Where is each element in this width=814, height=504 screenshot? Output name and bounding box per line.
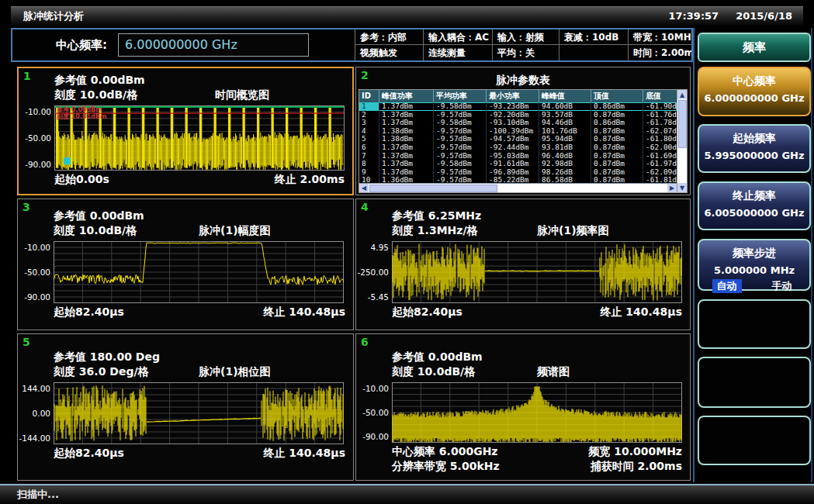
- panel-time-overview[interactable]: 1 参考值 0.00dBm 刻度 10.0dB/格 时间概览图 -10.00-5…: [17, 67, 354, 195]
- vertical-scroll-thumb[interactable]: [678, 100, 687, 148]
- table-row[interactable]: 91.37dBm-9.57dBm-96.89dBm98.26dB0.87dBm-…: [359, 168, 677, 177]
- table-row[interactable]: 61.37dBm-9.57dBm-92.44dBm93.81dB0.87dBm-…: [359, 143, 677, 152]
- table-row[interactable]: 21.37dBm-9.57dBm-92.20dBm93.57dB0.87dBm-…: [359, 111, 677, 119]
- table-cell: 98.26dB: [539, 168, 591, 177]
- table-cell: -85.22dBm: [487, 176, 539, 183]
- sidebar-button-start-frequency[interactable]: 起始频率 5.995000000 GHz: [698, 124, 811, 173]
- table-cell: -9.57dBm: [434, 152, 487, 161]
- table-body: 11.37dBm-9.58dBm-93.23dBm94.60dB0.86dBm-…: [359, 102, 677, 183]
- button-value: 6.000000000 GHz: [699, 92, 809, 104]
- table-row[interactable]: 31.37dBm-9.58dBm-93.10dBm94.46dB0.86dBm-…: [359, 119, 677, 127]
- table-cell: -9.57dBm: [434, 168, 487, 177]
- table-cell: 1.37dBm: [379, 168, 434, 177]
- horizontal-scrollbar[interactable]: ◀ ▶: [359, 183, 677, 192]
- table-cell: 1.37dBm: [379, 102, 434, 111]
- table-cell: 1.38dBm: [379, 127, 434, 136]
- sidebar-button-empty-2[interactable]: [698, 357, 811, 408]
- x-start-label: 起始82.40μs: [54, 447, 124, 461]
- pulse-amplitude-chart: [54, 241, 344, 303]
- pulse-parameter-table: ID峰值功率平均功率最小功率峰峰值顶值底值 11.37dBm-9.58dBm-9…: [359, 89, 688, 193]
- settings-readout: 连续测量: [424, 45, 493, 60]
- horizontal-scroll-thumb[interactable]: [369, 185, 497, 192]
- panel-pulse-phase[interactable]: 5 参考值 180.00 Deg 刻度 36.0 Deg/格 脉冲(1)相位图 …: [17, 333, 354, 481]
- settings-readout: 衰减：10dB: [559, 29, 629, 45]
- table-column-header[interactable]: 最小功率: [487, 90, 539, 102]
- table-column-header[interactable]: 底值: [643, 90, 677, 102]
- settings-readout: 输入：射频: [493, 29, 559, 45]
- title-bar: 脉冲统计分析 17:39:572015/6/18: [11, 6, 803, 25]
- scale-label: 刻度 1.3MHz/格: [392, 224, 518, 240]
- scroll-up-arrow[interactable]: ▲: [677, 90, 687, 99]
- reference-value-label: 参考值 180.00 Deg: [54, 350, 353, 365]
- y-tick-label: -10.00: [24, 243, 50, 252]
- clock: 17:39:572015/6/18: [652, 10, 793, 22]
- panel-spectrum[interactable]: 6 参考值 0.00dBm 刻度 10.0dB/格 频谱图 -10.00-50.…: [355, 333, 691, 481]
- table-cell: -62.09dBm: [643, 168, 677, 177]
- y-tick-label: -90.00: [24, 292, 50, 302]
- plot-title: 脉冲(1)幅度图: [199, 224, 271, 240]
- spectrum-rbw-label: 分辨率带宽 5.00kHz: [392, 460, 500, 474]
- sidebar-button-empty-3[interactable]: [698, 416, 811, 465]
- table-row[interactable]: 101.36dBm-9.57dBm-85.22dBm86.58dB0.87dBm…: [359, 176, 677, 183]
- button-value: 6.005000000 GHz: [699, 207, 809, 219]
- scale-label: 刻度 10.0dB/格: [392, 365, 518, 381]
- table-column-header[interactable]: ID: [359, 90, 379, 102]
- center-frequency-input[interactable]: 6.000000000 GHz: [118, 33, 309, 57]
- panel-number: 5: [23, 336, 30, 348]
- vertical-scrollbar[interactable]: ▲ ▼: [677, 90, 687, 192]
- scroll-right-arrow[interactable]: ▶: [667, 184, 677, 192]
- scroll-down-arrow[interactable]: ▼: [677, 183, 687, 192]
- panel-number: 6: [361, 336, 369, 348]
- pulse-frequency-chart: [392, 241, 682, 303]
- table-row[interactable]: 11.37dBm-9.58dBm-93.23dBm94.60dB0.86dBm-…: [359, 102, 677, 111]
- button-value: 5.995000000 GHz: [699, 150, 809, 161]
- table-cell: -61.69dBm: [643, 152, 677, 161]
- plot-area: [54, 241, 344, 303]
- y-tick-label: -144.00: [19, 433, 50, 443]
- table-cell: 1.37dBm: [379, 143, 434, 152]
- y-tick-label: 0.00: [33, 409, 50, 418]
- scroll-left-arrow[interactable]: ◀: [359, 184, 369, 192]
- table-cell: 0.87dBm: [591, 135, 643, 143]
- table-cell: 0.87dBm: [591, 160, 643, 168]
- table-column-header[interactable]: 峰值功率: [379, 90, 434, 102]
- table-row[interactable]: 71.37dBm-9.57dBm-95.03dBm96.40dB0.87dBm-…: [359, 152, 677, 161]
- button-label: 中心频率: [699, 74, 809, 88]
- toggle-option-auto[interactable]: 自动: [712, 279, 742, 293]
- table-cell: 7: [359, 152, 379, 161]
- table-cell: -9.57dBm: [434, 176, 487, 183]
- marker-readout: 参考 0.00dBm刻度 10.01dBm: [57, 106, 106, 120]
- table-cell: 95.94dB: [539, 135, 591, 143]
- y-axis-labels: 4.95-250.00-5.45: [356, 241, 392, 303]
- table-column-header[interactable]: 顶值: [591, 90, 643, 102]
- y-tick-label: 4.95: [371, 243, 389, 252]
- panel-pulse-parameter-table[interactable]: 2 脉冲参数表 ID峰值功率平均功率最小功率峰峰值顶值底值 11.37dBm-9…: [355, 67, 691, 195]
- y-tick-label: -90.00: [362, 432, 389, 441]
- sidebar-button-center-frequency[interactable]: 中心频率 6.000000000 GHz: [698, 67, 811, 116]
- table-cell: 9: [359, 168, 379, 177]
- panel-pulse-frequency[interactable]: 4 参考值 6.25MHz 刻度 1.3MHz/格 脉冲(1)频率图 4.95-…: [355, 198, 691, 330]
- table-column-header[interactable]: 峰峰值: [539, 90, 591, 102]
- table-row[interactable]: 81.37dBm-9.58dBm-91.61dBm92.98dB0.87dBm-…: [359, 160, 677, 168]
- table-row[interactable]: 41.38dBm-9.57dBm-100.39dBm101.76dB0.87dB…: [359, 127, 677, 136]
- table-grid: ID峰值功率平均功率最小功率峰峰值顶值底值 11.37dBm-9.58dBm-9…: [359, 90, 677, 183]
- toggle-option-manual[interactable]: 手动: [767, 279, 797, 293]
- center-frequency-group: 中心频率: 6.000000000 GHz: [12, 29, 355, 60]
- y-tick-label: -50.00: [362, 408, 389, 417]
- sidebar-button-empty-1[interactable]: [698, 299, 811, 349]
- table-cell: 1.38dBm: [379, 135, 434, 143]
- table-column-header[interactable]: 平均功率: [434, 90, 487, 102]
- sidebar-button-stop-frequency[interactable]: 终止频率 6.005000000 GHz: [698, 181, 811, 230]
- y-tick-label: -10.00: [25, 107, 51, 116]
- table-cell: -62.07dBm: [643, 127, 677, 136]
- table-cell: 92.98dB: [539, 160, 591, 168]
- table-row[interactable]: 51.38dBm-9.57dBm-94.57dBm95.94dB0.87dBm-…: [359, 135, 677, 143]
- x-stop-label: 终止 2.00ms: [275, 173, 345, 187]
- panel-pulse-amplitude[interactable]: 3 参考值 0.00dBm 刻度 10.0dB/格 脉冲(1)幅度图 -10.0…: [17, 198, 354, 330]
- y-axis-labels: -10.00-50.00-90.00: [19, 105, 54, 171]
- table-cell: -94.57dBm: [487, 135, 539, 143]
- settings-readout: 平均：关: [493, 45, 559, 60]
- sidebar-button-frequency-step[interactable]: 频率步进 5.000000 MHz 自动 手动: [698, 239, 811, 291]
- x-start-label: 起始82.40μs: [54, 306, 124, 319]
- reference-value-label: 参考值 0.00dBm: [54, 209, 353, 224]
